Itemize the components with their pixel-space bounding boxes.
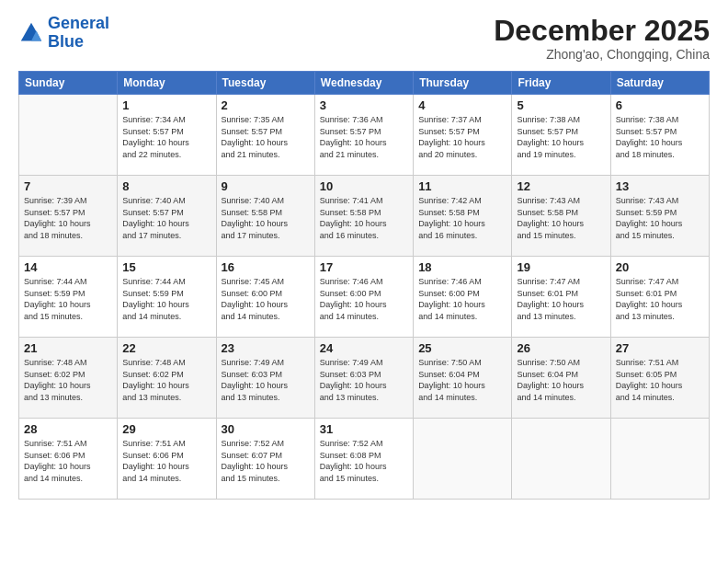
- calendar-cell: 27Sunrise: 7:51 AM Sunset: 6:05 PM Dayli…: [610, 338, 709, 419]
- day-number: 10: [320, 179, 408, 193]
- day-number: 9: [222, 179, 310, 193]
- calendar-cell: 23Sunrise: 7:49 AM Sunset: 6:03 PM Dayli…: [216, 338, 314, 419]
- day-info: Sunrise: 7:43 AM Sunset: 5:58 PM Dayligh…: [517, 195, 605, 241]
- day-info: Sunrise: 7:50 AM Sunset: 6:04 PM Dayligh…: [418, 357, 506, 403]
- weekday-header: Tuesday: [216, 72, 314, 95]
- calendar-cell: 4Sunrise: 7:37 AM Sunset: 5:57 PM Daylig…: [414, 95, 512, 176]
- calendar-table: SundayMondayTuesdayWednesdayThursdayFrid…: [18, 71, 710, 500]
- calendar-cell: 29Sunrise: 7:51 AM Sunset: 6:06 PM Dayli…: [118, 419, 216, 500]
- calendar-cell: 14Sunrise: 7:44 AM Sunset: 5:59 PM Dayli…: [19, 257, 118, 338]
- day-number: 8: [122, 179, 210, 193]
- calendar-cell: 21Sunrise: 7:48 AM Sunset: 6:02 PM Dayli…: [19, 338, 118, 419]
- day-info: Sunrise: 7:36 AM Sunset: 5:57 PM Dayligh…: [320, 114, 408, 160]
- calendar-week-row: 28Sunrise: 7:51 AM Sunset: 6:06 PM Dayli…: [19, 419, 710, 500]
- day-info: Sunrise: 7:34 AM Sunset: 5:57 PM Dayligh…: [122, 114, 210, 160]
- day-info: Sunrise: 7:39 AM Sunset: 5:57 PM Dayligh…: [24, 195, 112, 241]
- calendar-cell: 3Sunrise: 7:36 AM Sunset: 5:57 PM Daylig…: [314, 95, 413, 176]
- calendar-cell: 31Sunrise: 7:52 AM Sunset: 6:08 PM Dayli…: [314, 419, 413, 500]
- day-info: Sunrise: 7:37 AM Sunset: 5:57 PM Dayligh…: [418, 114, 506, 160]
- day-number: 14: [24, 260, 112, 274]
- logo-text: General Blue: [48, 15, 109, 52]
- calendar-week-row: 21Sunrise: 7:48 AM Sunset: 6:02 PM Dayli…: [19, 338, 710, 419]
- calendar-page: General Blue December 2025 Zhong'ao, Cho…: [0, 0, 728, 563]
- calendar-week-row: 1Sunrise: 7:34 AM Sunset: 5:57 PM Daylig…: [19, 95, 710, 176]
- calendar-cell: [512, 419, 610, 500]
- day-info: Sunrise: 7:35 AM Sunset: 5:57 PM Dayligh…: [222, 114, 310, 160]
- day-info: Sunrise: 7:52 AM Sunset: 6:08 PM Dayligh…: [320, 438, 408, 484]
- calendar-week-row: 7Sunrise: 7:39 AM Sunset: 5:57 PM Daylig…: [19, 176, 710, 257]
- day-info: Sunrise: 7:43 AM Sunset: 5:59 PM Dayligh…: [616, 195, 704, 241]
- day-info: Sunrise: 7:46 AM Sunset: 6:00 PM Dayligh…: [418, 276, 506, 322]
- calendar-cell: 11Sunrise: 7:42 AM Sunset: 5:58 PM Dayli…: [414, 176, 512, 257]
- calendar-cell: 28Sunrise: 7:51 AM Sunset: 6:06 PM Dayli…: [19, 419, 118, 500]
- day-number: 5: [517, 98, 605, 112]
- day-number: 7: [24, 179, 112, 193]
- day-info: Sunrise: 7:45 AM Sunset: 6:00 PM Dayligh…: [222, 276, 310, 322]
- logo-icon: [18, 20, 44, 46]
- day-info: Sunrise: 7:47 AM Sunset: 6:01 PM Dayligh…: [517, 276, 605, 322]
- day-number: 30: [222, 422, 310, 436]
- weekday-header: Saturday: [610, 72, 709, 95]
- day-info: Sunrise: 7:44 AM Sunset: 5:59 PM Dayligh…: [24, 276, 112, 322]
- day-number: 6: [616, 98, 704, 112]
- calendar-cell: 30Sunrise: 7:52 AM Sunset: 6:07 PM Dayli…: [216, 419, 314, 500]
- day-number: 31: [320, 422, 408, 436]
- weekday-header-row: SundayMondayTuesdayWednesdayThursdayFrid…: [19, 72, 710, 95]
- day-number: 2: [222, 98, 310, 112]
- day-number: 4: [418, 98, 506, 112]
- calendar-week-row: 14Sunrise: 7:44 AM Sunset: 5:59 PM Dayli…: [19, 257, 710, 338]
- calendar-cell: 7Sunrise: 7:39 AM Sunset: 5:57 PM Daylig…: [19, 176, 118, 257]
- day-number: 29: [122, 422, 210, 436]
- day-info: Sunrise: 7:40 AM Sunset: 5:58 PM Dayligh…: [222, 195, 310, 241]
- day-info: Sunrise: 7:38 AM Sunset: 5:57 PM Dayligh…: [616, 114, 704, 160]
- day-number: 21: [24, 341, 112, 355]
- calendar-cell: [19, 95, 118, 176]
- day-number: 16: [222, 260, 310, 274]
- calendar-cell: 20Sunrise: 7:47 AM Sunset: 6:01 PM Dayli…: [610, 257, 709, 338]
- location: Zhong'ao, Chongqing, China: [494, 47, 710, 62]
- logo: General Blue: [18, 15, 109, 52]
- day-number: 20: [616, 260, 704, 274]
- title-section: December 2025 Zhong'ao, Chongqing, China: [494, 15, 710, 62]
- day-number: 28: [24, 422, 112, 436]
- day-number: 23: [222, 341, 310, 355]
- logo-line1: General: [48, 14, 109, 32]
- calendar-cell: [414, 419, 512, 500]
- calendar-cell: 16Sunrise: 7:45 AM Sunset: 6:00 PM Dayli…: [216, 257, 314, 338]
- month-title: December 2025: [494, 15, 710, 47]
- calendar-cell: 25Sunrise: 7:50 AM Sunset: 6:04 PM Dayli…: [414, 338, 512, 419]
- calendar-cell: 8Sunrise: 7:40 AM Sunset: 5:57 PM Daylig…: [118, 176, 216, 257]
- calendar-cell: 18Sunrise: 7:46 AM Sunset: 6:00 PM Dayli…: [414, 257, 512, 338]
- calendar-cell: 2Sunrise: 7:35 AM Sunset: 5:57 PM Daylig…: [216, 95, 314, 176]
- day-number: 27: [616, 341, 704, 355]
- day-number: 19: [517, 260, 605, 274]
- day-number: 18: [418, 260, 506, 274]
- day-number: 24: [320, 341, 408, 355]
- day-info: Sunrise: 7:41 AM Sunset: 5:58 PM Dayligh…: [320, 195, 408, 241]
- logo-line2: Blue: [48, 32, 84, 51]
- calendar-cell: 15Sunrise: 7:44 AM Sunset: 5:59 PM Dayli…: [118, 257, 216, 338]
- header: General Blue December 2025 Zhong'ao, Cho…: [18, 15, 710, 62]
- calendar-cell: 13Sunrise: 7:43 AM Sunset: 5:59 PM Dayli…: [610, 176, 709, 257]
- weekday-header: Monday: [118, 72, 216, 95]
- day-info: Sunrise: 7:52 AM Sunset: 6:07 PM Dayligh…: [222, 438, 310, 484]
- day-info: Sunrise: 7:48 AM Sunset: 6:02 PM Dayligh…: [24, 357, 112, 403]
- calendar-cell: 6Sunrise: 7:38 AM Sunset: 5:57 PM Daylig…: [610, 95, 709, 176]
- calendar-cell: 17Sunrise: 7:46 AM Sunset: 6:00 PM Dayli…: [314, 257, 413, 338]
- day-info: Sunrise: 7:47 AM Sunset: 6:01 PM Dayligh…: [616, 276, 704, 322]
- day-info: Sunrise: 7:51 AM Sunset: 6:06 PM Dayligh…: [122, 438, 210, 484]
- weekday-header: Wednesday: [314, 72, 413, 95]
- day-info: Sunrise: 7:48 AM Sunset: 6:02 PM Dayligh…: [122, 357, 210, 403]
- day-number: 15: [122, 260, 210, 274]
- day-info: Sunrise: 7:40 AM Sunset: 5:57 PM Dayligh…: [122, 195, 210, 241]
- day-info: Sunrise: 7:46 AM Sunset: 6:00 PM Dayligh…: [320, 276, 408, 322]
- day-info: Sunrise: 7:38 AM Sunset: 5:57 PM Dayligh…: [517, 114, 605, 160]
- day-number: 13: [616, 179, 704, 193]
- day-number: 25: [418, 341, 506, 355]
- day-number: 22: [122, 341, 210, 355]
- day-info: Sunrise: 7:49 AM Sunset: 6:03 PM Dayligh…: [320, 357, 408, 403]
- calendar-cell: 1Sunrise: 7:34 AM Sunset: 5:57 PM Daylig…: [118, 95, 216, 176]
- day-info: Sunrise: 7:51 AM Sunset: 6:05 PM Dayligh…: [616, 357, 704, 403]
- calendar-cell: 10Sunrise: 7:41 AM Sunset: 5:58 PM Dayli…: [314, 176, 413, 257]
- calendar-cell: 24Sunrise: 7:49 AM Sunset: 6:03 PM Dayli…: [314, 338, 413, 419]
